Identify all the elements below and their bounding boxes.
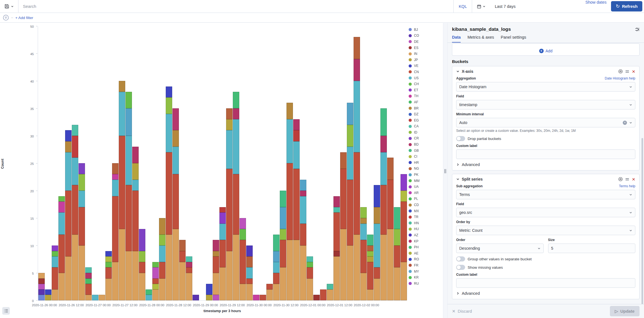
bar-segment-NG[interactable] xyxy=(226,108,233,119)
bar-segment-CN[interactable] xyxy=(112,196,119,262)
legend-item-ID[interactable]: ID xyxy=(409,129,420,135)
bar-segment-IN[interactable] xyxy=(240,284,246,300)
stacked-bar[interactable] xyxy=(226,108,233,300)
legend-item-DZ[interactable]: DZ xyxy=(409,111,420,117)
legend-item-TH[interactable]: TH xyxy=(409,93,420,99)
bar-segment-IN[interactable] xyxy=(354,235,360,300)
stacked-bar[interactable] xyxy=(293,119,300,300)
legend-item-PL[interactable]: PL xyxy=(409,196,420,202)
search-input[interactable] xyxy=(23,4,453,9)
bar-segment-US[interactable] xyxy=(92,295,98,300)
eye-icon[interactable] xyxy=(618,69,623,74)
bar-segment-BD[interactable] xyxy=(213,240,219,251)
bar-segment-BD[interactable] xyxy=(132,147,139,163)
stacked-bar[interactable] xyxy=(320,289,326,300)
legend-item-DE[interactable]: DE xyxy=(409,39,420,45)
remove-x-axis-icon[interactable]: ✕ xyxy=(632,69,635,74)
stacked-bar[interactable] xyxy=(152,262,159,300)
stacked-bar[interactable] xyxy=(340,152,347,300)
bar-segment-GB[interactable] xyxy=(394,207,400,229)
bar-segment-VE[interactable] xyxy=(65,130,72,141)
bar-segment-IN[interactable] xyxy=(347,245,353,300)
sidebar-scrollbar[interactable] xyxy=(641,138,643,304)
stacked-bar[interactable] xyxy=(367,235,373,300)
stacked-bar[interactable] xyxy=(394,207,400,300)
stacked-bar[interactable] xyxy=(52,245,58,300)
bar-segment-US[interactable] xyxy=(347,147,353,180)
stacked-bar[interactable] xyxy=(273,235,280,300)
bar-segment-CN[interactable] xyxy=(186,267,192,273)
stacked-bar[interactable] xyxy=(105,251,112,300)
bar-segment-CN[interactable] xyxy=(367,262,373,289)
bar-segment-JP[interactable] xyxy=(226,119,233,130)
bar-segment-KP[interactable] xyxy=(172,108,179,130)
bar-segment-CN[interactable] xyxy=(132,191,139,251)
bar-segment-IN[interactable] xyxy=(287,240,293,300)
bar-segment-CH[interactable] xyxy=(307,262,313,268)
date-histogram-help-link[interactable]: Date Histogram help xyxy=(605,76,635,80)
bar-segment-BR[interactable] xyxy=(172,130,179,147)
stacked-bar[interactable] xyxy=(126,92,132,300)
legend-item-EG[interactable]: EG xyxy=(409,117,420,123)
bar-segment-CN[interactable] xyxy=(58,235,65,273)
bar-segment-BD[interactable] xyxy=(186,262,192,268)
legend-item-HU[interactable]: HU xyxy=(409,226,420,232)
stacked-bar[interactable] xyxy=(253,295,259,300)
save-query-button[interactable] xyxy=(0,0,18,13)
bar-segment-CN[interactable] xyxy=(401,202,407,262)
terms-field-select[interactable]: geo.src xyxy=(456,208,635,217)
bar-segment-US[interactable] xyxy=(360,224,367,240)
legend-item-ES[interactable]: ES xyxy=(409,45,420,51)
stacked-bar[interactable] xyxy=(179,240,186,300)
bar-segment-CH[interactable] xyxy=(240,229,246,240)
tab-metrics-axes[interactable]: Metrics & axes xyxy=(467,35,494,43)
bar-segment-IN[interactable] xyxy=(105,279,112,300)
stacked-bar[interactable] xyxy=(380,108,387,300)
bar-segment-DE[interactable] xyxy=(38,284,45,289)
stacked-bar[interactable] xyxy=(99,295,105,300)
legend-item-AR[interactable]: AR xyxy=(409,190,420,196)
time-range-value[interactable]: Last 7 days xyxy=(490,0,585,13)
bar-segment-CN[interactable] xyxy=(52,267,58,289)
bar-segment-DE[interactable] xyxy=(213,295,219,300)
bar-segment-CN[interactable] xyxy=(320,289,326,300)
bar-segment-US[interactable] xyxy=(72,158,78,185)
bar-segment-IN[interactable] xyxy=(166,235,172,300)
bar-segment-IN[interactable] xyxy=(52,289,58,300)
stacked-bar[interactable] xyxy=(72,125,78,300)
bar-segment-CI[interactable] xyxy=(152,284,159,289)
drag-handle-icon[interactable] xyxy=(626,178,629,180)
legend-item-CO[interactable]: CO xyxy=(409,33,420,39)
bar-segment-CN[interactable] xyxy=(260,295,266,300)
bar-segment-IN[interactable] xyxy=(179,262,186,300)
bar-segment-CN[interactable] xyxy=(307,267,313,278)
bar-segment-US[interactable] xyxy=(287,119,293,163)
bar-segment-BD[interactable] xyxy=(233,108,239,119)
bar-segment-IN[interactable] xyxy=(333,256,340,300)
bar-segment-PK[interactable] xyxy=(273,251,280,262)
order-by-select[interactable]: Metric: Count xyxy=(456,226,635,235)
toggle-off-switch[interactable] xyxy=(456,136,465,141)
bar-segment-BR[interactable] xyxy=(213,251,219,257)
stacked-bar[interactable] xyxy=(112,163,119,300)
bar-segment-US[interactable] xyxy=(374,224,380,268)
bar-segment-AF[interactable] xyxy=(85,279,92,284)
bar-segment-ID[interactable] xyxy=(79,174,85,191)
bar-segment-CA[interactable] xyxy=(72,125,78,136)
bar-segment-GB[interactable] xyxy=(273,235,280,251)
bar-segment-CI[interactable] xyxy=(401,191,407,202)
stacked-bar[interactable] xyxy=(327,284,333,300)
bar-segment-IN[interactable] xyxy=(213,273,219,295)
legend-item-JP[interactable]: JP xyxy=(409,57,420,63)
bar-segment-CN[interactable] xyxy=(179,251,186,262)
bar-segment-CN[interactable] xyxy=(72,185,78,234)
bar-segment-NG[interactable] xyxy=(340,152,347,169)
bar-segment-VE[interactable] xyxy=(105,251,112,257)
bar-segment-AZ[interactable] xyxy=(246,245,253,256)
legend-item-CD[interactable]: CD xyxy=(409,202,420,208)
bar-segment-CN[interactable] xyxy=(347,180,353,245)
bar-segment-US[interactable] xyxy=(58,212,65,234)
bar-segment-ID[interactable] xyxy=(367,251,373,257)
bar-segment-CN[interactable] xyxy=(85,284,92,295)
stacked-bar[interactable] xyxy=(333,196,340,300)
